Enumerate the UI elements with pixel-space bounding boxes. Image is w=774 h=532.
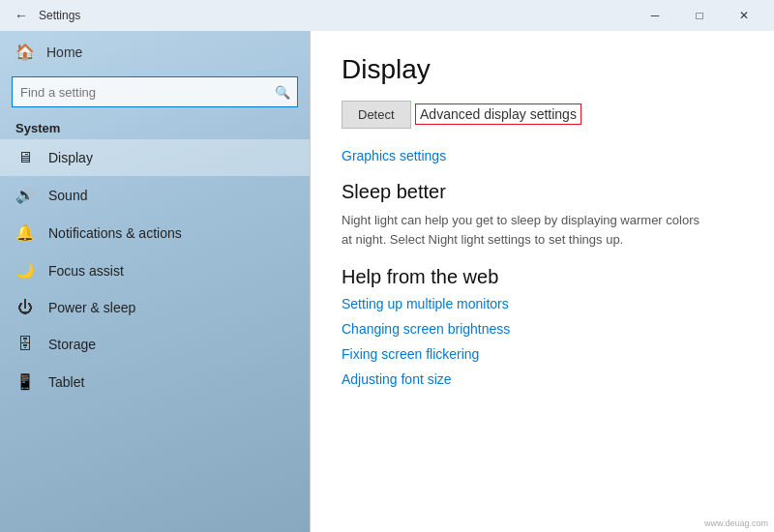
sidebar-item-sound[interactable]: 🔊 Sound [0, 176, 310, 214]
display-label: Display [48, 150, 93, 165]
sound-label: Sound [48, 188, 87, 203]
watermark: www.deuag.com [704, 518, 768, 528]
graphics-settings-link[interactable]: Graphics settings [342, 148, 743, 163]
display-icon: 🖥 [15, 149, 35, 166]
storage-label: Storage [48, 337, 96, 352]
tablet-label: Tablet [48, 374, 84, 390]
advanced-display-link[interactable]: Advanced display settings [415, 103, 581, 125]
sidebar-item-power[interactable]: ⏻ Power & sleep [0, 289, 310, 326]
home-label: Home [46, 44, 82, 60]
search-input[interactable] [12, 76, 298, 107]
search-container: 🔍 [12, 76, 298, 107]
content-area: Display Detect Advanced display settings… [311, 31, 774, 532]
sound-icon: 🔊 [15, 186, 35, 204]
help-link-2[interactable]: Fixing screen flickering [342, 346, 743, 362]
sidebar-item-storage[interactable]: 🗄 Storage [0, 326, 310, 363]
notifications-icon: 🔔 [15, 223, 35, 242]
help-link-0[interactable]: Setting up multiple monitors [342, 296, 743, 311]
close-button[interactable]: ✕ [722, 0, 766, 31]
power-label: Power & sleep [48, 300, 135, 315]
focus-icon: 🌙 [15, 261, 35, 280]
maximize-button[interactable]: □ [677, 0, 722, 31]
sleep-heading: Sleep better [342, 181, 743, 203]
back-button[interactable]: ← [8, 2, 35, 29]
sidebar-section-system: System [0, 115, 310, 139]
search-icon: 🔍 [275, 85, 290, 100]
back-icon: ← [15, 8, 28, 23]
sidebar-item-display[interactable]: 🖥 Display [0, 139, 310, 176]
help-link-1[interactable]: Changing screen brightness [342, 321, 743, 337]
detect-button[interactable]: Detect [342, 101, 411, 129]
main-layout: 🏠 Home 🔍 System 🖥 Display 🔊 Sound 🔔 Noti… [0, 31, 774, 532]
home-icon: 🏠 [15, 43, 35, 61]
storage-icon: 🗄 [15, 336, 35, 353]
app-title: Settings [39, 9, 633, 22]
sidebar-item-focus[interactable]: 🌙 Focus assist [0, 251, 310, 289]
sleep-text: Night light can help you get to sleep by… [342, 211, 709, 249]
notifications-label: Notifications & actions [48, 225, 182, 241]
tablet-icon: 📱 [15, 372, 35, 391]
window-controls: ─ □ ✕ [633, 0, 766, 31]
help-link-3[interactable]: Adjusting font size [342, 371, 743, 387]
minimize-button[interactable]: ─ [633, 0, 677, 31]
power-icon: ⏻ [15, 299, 35, 316]
sidebar-item-tablet[interactable]: 📱 Tablet [0, 363, 310, 400]
sidebar: 🏠 Home 🔍 System 🖥 Display 🔊 Sound 🔔 Noti… [0, 31, 310, 532]
page-title: Display [342, 54, 743, 85]
sidebar-item-home[interactable]: 🏠 Home [0, 31, 310, 73]
sidebar-item-notifications[interactable]: 🔔 Notifications & actions [0, 214, 310, 251]
help-heading: Help from the web [342, 266, 743, 288]
focus-label: Focus assist [48, 263, 124, 279]
titlebar: ← Settings ─ □ ✕ [0, 0, 774, 31]
